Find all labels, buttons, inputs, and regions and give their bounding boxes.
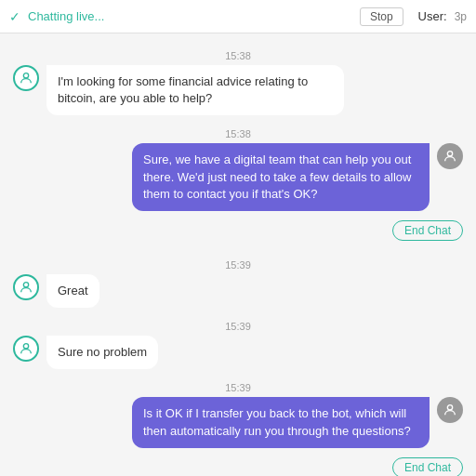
top-bar: ✓ Chatting live... Stop User: 3p <box>0 0 476 33</box>
svg-point-0 <box>23 73 28 78</box>
user-avatar <box>13 336 39 362</box>
timestamp: 15:38 <box>13 50 463 61</box>
end-chat-button[interactable]: End Chat <box>392 457 463 476</box>
chatting-live-label: Chatting live... <box>28 9 352 23</box>
check-icon: ✓ <box>9 9 20 24</box>
svg-point-4 <box>447 405 452 410</box>
end-chat-row: End Chat <box>392 220 463 241</box>
stop-button[interactable]: Stop <box>360 7 403 26</box>
timestamp: 15:39 <box>13 321 463 332</box>
timestamp: 15:38 <box>13 128 463 139</box>
svg-point-3 <box>23 344 28 349</box>
agent-bubble: Is it OK if I transfer you back to the b… <box>132 397 430 447</box>
agent-avatar <box>437 397 463 423</box>
user-label: User: <box>418 9 447 23</box>
user-message-row: Great <box>13 274 463 308</box>
user-bubble: Sure no problem <box>46 336 158 369</box>
svg-point-1 <box>447 152 452 156</box>
svg-point-2 <box>23 283 28 287</box>
agent-message-row: Is it OK if I transfer you back to the b… <box>132 397 463 447</box>
user-message-row: I'm looking for some financial advice re… <box>13 65 463 115</box>
chat-area: 15:38I'm looking for some financial advi… <box>0 33 476 476</box>
user-bubble: Great <box>46 274 99 308</box>
end-chat-row: End Chat <box>392 457 463 476</box>
end-chat-button[interactable]: End Chat <box>392 220 463 241</box>
page-number: 3p <box>455 10 467 23</box>
user-message-row: Sure no problem <box>13 336 463 369</box>
agent-message-wrapper: Is it OK if I transfer you back to the b… <box>13 397 463 476</box>
user-bubble: I'm looking for some financial advice re… <box>46 65 344 115</box>
timestamp: 15:39 <box>13 259 463 271</box>
agent-bubble: Sure, we have a digital team that can he… <box>132 143 430 211</box>
agent-message-row: Sure, we have a digital team that can he… <box>132 143 463 211</box>
timestamp: 15:39 <box>13 382 463 393</box>
user-avatar <box>13 274 39 300</box>
user-avatar <box>13 65 39 91</box>
agent-message-wrapper: Sure, we have a digital team that can he… <box>13 143 463 248</box>
agent-avatar <box>437 143 463 169</box>
